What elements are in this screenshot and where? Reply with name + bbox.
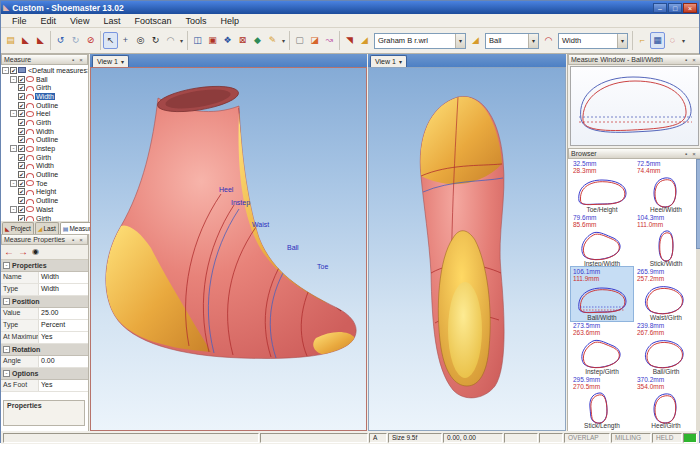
checkbox[interactable]: ✔: [18, 110, 25, 117]
chevron-down-icon[interactable]: ▾: [178, 37, 185, 44]
menu-tools[interactable]: Tools: [178, 16, 213, 26]
new-page-button[interactable]: ▢: [292, 32, 307, 49]
measure-type-combo[interactable]: Width▾: [558, 33, 628, 49]
last-file-combo[interactable]: Graham B r.wrl▾: [374, 33, 466, 49]
property-value[interactable]: 25.00: [39, 308, 88, 319]
grab-tool-button[interactable]: ◉: [32, 248, 39, 256]
menu-edit[interactable]: Edit: [34, 16, 64, 26]
close-icon[interactable]: ×: [690, 151, 698, 157]
property-value[interactable]: Width: [39, 272, 88, 283]
checkbox[interactable]: ✔: [18, 145, 25, 152]
tree-expander-icon[interactable]: -: [10, 206, 17, 213]
checkbox[interactable]: ✔: [18, 162, 25, 169]
tree-item-ball[interactable]: -✔Ball: [1, 75, 88, 84]
tree-item-instep[interactable]: -✔Instep: [1, 144, 88, 153]
next-measure-button[interactable]: →: [18, 247, 28, 257]
browser-item-heel-width[interactable]: 72.5mm74.4mmHeel/Width: [635, 159, 696, 213]
viewport-2-tab[interactable]: View 1 ▾: [370, 55, 407, 67]
menu-footscan[interactable]: Footscan: [127, 16, 178, 26]
last-tool-button[interactable]: ◥: [342, 32, 357, 49]
property-value[interactable]: 0.00: [39, 356, 88, 367]
tree-item-girth[interactable]: ✔Girth: [1, 83, 88, 92]
minimize-button[interactable]: –: [653, 3, 667, 13]
browser-item-ball-girth[interactable]: 239.8mm267.6mmBall/Girth: [635, 321, 696, 375]
checkbox[interactable]: ✔: [18, 76, 25, 83]
tree-item-outline[interactable]: ✔Outline: [1, 196, 88, 205]
browser-item-toe-height[interactable]: 32.5mm28.3mmToe/Height: [571, 159, 633, 213]
tree-expander-icon[interactable]: -: [10, 76, 17, 83]
tree-item-heel[interactable]: -✔Heel: [1, 109, 88, 118]
browser-item-instep-girth[interactable]: 273.5mm263.6mmInstep/Girth: [571, 321, 633, 375]
browser-item-stick-length[interactable]: 295.9mm270.5mmStick/Length: [571, 375, 633, 429]
scrollbar-thumb[interactable]: [696, 159, 700, 249]
tab-project[interactable]: ◣Project: [2, 222, 34, 234]
tree-item-girth[interactable]: ✔Girth: [1, 118, 88, 127]
browser-scrollbar[interactable]: [696, 159, 700, 431]
pin-icon[interactable]: ▪: [69, 57, 77, 63]
checkbox[interactable]: ✔: [18, 136, 25, 143]
tree-item-width[interactable]: ✔Width: [1, 92, 88, 101]
tree-item-waist[interactable]: -✔Waist: [1, 205, 88, 214]
chevron-down-icon[interactable]: ▾: [455, 34, 465, 48]
tree-item--default-measures-[interactable]: -✔<Default measures>: [1, 66, 88, 75]
curve-tool-button[interactable]: ↝: [322, 32, 337, 49]
solid-view-button[interactable]: ◆: [250, 32, 265, 49]
select-button[interactable]: ↖: [103, 32, 118, 49]
pencil-button[interactable]: ✎: [265, 32, 280, 49]
tree-item-girth[interactable]: ✔Girth: [1, 153, 88, 162]
maximize-button[interactable]: □: [668, 3, 682, 13]
zoom-button[interactable]: ◎: [133, 32, 148, 49]
checkbox[interactable]: ✔: [18, 128, 25, 135]
tree-item-outline[interactable]: ✔Outline: [1, 136, 88, 145]
draw-page-button[interactable]: ◪: [307, 32, 322, 49]
close-button[interactable]: ×: [683, 3, 697, 13]
reset-button[interactable]: ⊘: [83, 32, 98, 49]
rotate-button[interactable]: ↻: [148, 32, 163, 49]
chevron-down-icon[interactable]: ▾: [121, 58, 124, 65]
menu-help[interactable]: Help: [213, 16, 246, 26]
browser-item-ball-width[interactable]: 106.1mm111.9mmBall/Width: [571, 267, 633, 321]
browser-item-stick-width[interactable]: 104.3mm111.0mmStick/Width: [635, 213, 696, 267]
tree-expander-icon[interactable]: -: [2, 67, 9, 74]
tree-item-width[interactable]: ✔Width: [1, 162, 88, 171]
prev-measure-button[interactable]: ←: [4, 247, 14, 257]
tree-item-girth[interactable]: ✔Girth: [1, 214, 88, 221]
pin-icon[interactable]: ▪: [69, 237, 77, 243]
tree-item-outline[interactable]: ✔Outline: [1, 101, 88, 110]
close-icon[interactable]: ×: [77, 57, 85, 63]
save-last-button[interactable]: ◣: [33, 32, 48, 49]
pan-button[interactable]: +: [118, 32, 133, 49]
tree-expander-icon[interactable]: -: [10, 180, 17, 187]
viewport-1-canvas[interactable]: HeelInstepWaistBallToe: [90, 67, 367, 431]
pin-icon[interactable]: ▪: [682, 151, 690, 157]
property-value[interactable]: Width: [39, 284, 88, 295]
import-last-button[interactable]: ◣: [18, 32, 33, 49]
checkbox[interactable]: ✔: [18, 197, 25, 204]
collapse-icon[interactable]: -: [3, 346, 10, 353]
tree-expander-icon[interactable]: -: [10, 110, 17, 117]
tree-item-height[interactable]: ✔Height: [1, 188, 88, 197]
expand-view-button[interactable]: ❖: [220, 32, 235, 49]
tab-last[interactable]: ◢Last: [35, 222, 59, 234]
checkbox[interactable]: ✔: [18, 102, 25, 109]
section-combo[interactable]: Ball▾: [485, 33, 539, 49]
pin-icon[interactable]: ▪: [682, 57, 690, 63]
lasso-button[interactable]: ◌: [665, 32, 680, 49]
checkbox[interactable]: ✔: [18, 119, 25, 126]
menu-last[interactable]: Last: [96, 16, 127, 26]
property-value[interactable]: Yes: [39, 332, 88, 343]
property-value[interactable]: Percent: [39, 320, 88, 331]
checkbox[interactable]: ✔: [18, 93, 25, 100]
measure-window-canvas[interactable]: [570, 66, 699, 146]
browser-item-waist-girth[interactable]: 265.9mm257.2mmWaist/Girth: [635, 267, 696, 321]
checkbox[interactable]: ✔: [18, 206, 25, 213]
close-icon[interactable]: ×: [690, 57, 698, 63]
undo-button[interactable]: ↺: [53, 32, 68, 49]
checkbox[interactable]: ✔: [18, 154, 25, 161]
tree-expander-icon[interactable]: -: [10, 145, 17, 152]
checkbox[interactable]: ✔: [18, 171, 25, 178]
section-tool-button[interactable]: ◠: [163, 32, 178, 49]
browser-item-heel-girth[interactable]: 370.2mm354.0mmHeel/Girth: [635, 375, 696, 429]
last-file-icon[interactable]: ◢: [357, 32, 372, 49]
chevron-down-icon[interactable]: ▾: [528, 34, 538, 48]
